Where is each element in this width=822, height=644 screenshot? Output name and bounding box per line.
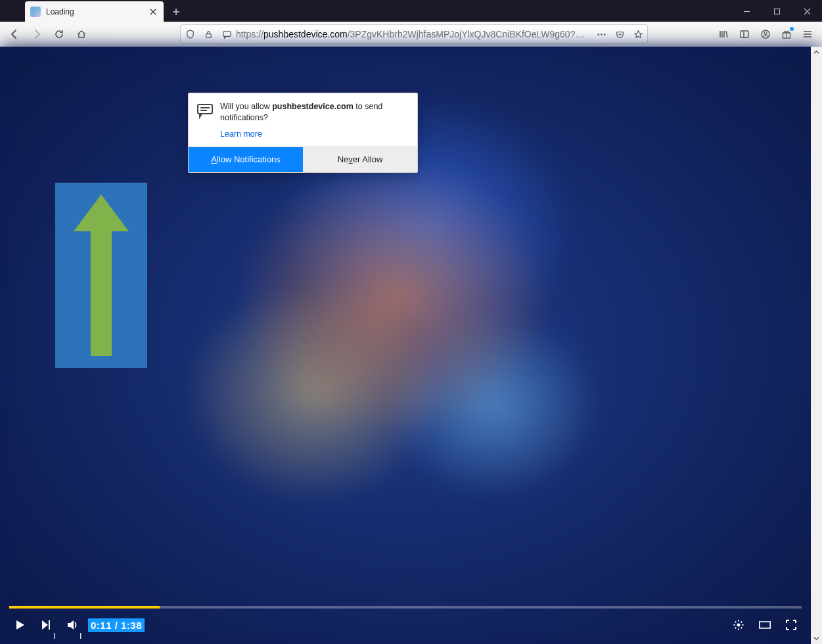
svg-point-4 — [601, 34, 602, 35]
window-close-button[interactable] — [792, 1, 822, 22]
window-minimize-button[interactable] — [731, 1, 762, 22]
browser-tab[interactable]: Loading — [25, 1, 164, 22]
scroll-down-icon[interactable] — [811, 633, 822, 644]
new-tab-button[interactable] — [168, 3, 185, 20]
svg-point-8 — [764, 32, 767, 35]
volume-sub-icon: | — [80, 632, 81, 639]
svg-rect-0 — [774, 9, 779, 14]
never-prefix: Ne — [338, 154, 349, 164]
home-button[interactable] — [72, 25, 91, 43]
svg-point-5 — [603, 34, 605, 35]
toolbar: https://pushbestdevice.com/3PZgvKHbrh2Wj… — [0, 22, 822, 47]
svg-rect-10 — [198, 104, 212, 114]
window-controls — [731, 1, 822, 22]
permission-message: Will you allow pushbestdevice.com to sen… — [220, 101, 408, 140]
app-menu-icon[interactable] — [798, 25, 817, 43]
chat-bubble-icon — [196, 103, 214, 140]
scroll-up-icon[interactable] — [811, 47, 822, 58]
never-allow-button[interactable]: Never Allow — [303, 147, 417, 172]
bookmark-star-icon[interactable] — [629, 25, 647, 43]
fullscreen-icon[interactable] — [781, 615, 802, 635]
url-path: /3PZgvKHbrh2WjhfasMPJojYlxQJv8CniBKfOeLW… — [348, 29, 592, 39]
never-rest: er Allow — [353, 154, 383, 164]
notification-dot-icon — [790, 27, 794, 31]
favicon-icon — [30, 7, 41, 17]
pocket-icon[interactable] — [610, 25, 629, 43]
url-text[interactable]: https://pushbestdevice.com/3PZgvKHbrh2Wj… — [236, 29, 592, 39]
url-scheme: https:// — [236, 29, 263, 39]
whatsnew-icon[interactable] — [777, 25, 796, 43]
svg-point-11 — [737, 624, 741, 627]
svg-rect-6 — [741, 31, 748, 37]
arrow-up-icon — [74, 195, 129, 356]
tab-title: Loading — [46, 7, 148, 16]
back-button[interactable] — [5, 25, 24, 43]
vertical-scrollbar[interactable] — [811, 47, 822, 644]
next-sub-icon: | — [53, 632, 55, 639]
tab-close-button[interactable] — [148, 7, 158, 17]
allow-rest: llow Notifications — [217, 154, 281, 164]
tracking-protection-icon[interactable] — [181, 25, 199, 43]
permissions-icon[interactable] — [217, 25, 236, 43]
sidebar-icon[interactable] — [735, 25, 754, 43]
learn-more-link[interactable]: Learn more — [220, 129, 408, 140]
svg-rect-12 — [760, 622, 770, 628]
allow-notifications-button[interactable]: Allow Notifications — [189, 147, 303, 172]
svg-rect-2 — [223, 31, 230, 36]
theater-mode-icon[interactable] — [754, 615, 775, 635]
library-icon[interactable] — [714, 25, 733, 43]
page-content: Will you allow pushbestdevice.com to sen… — [0, 47, 822, 644]
allow-underline: A — [211, 154, 217, 164]
perm-site: pushbestdevice.com — [272, 102, 354, 111]
titlebar: Loading — [0, 0, 822, 22]
player-controls: | | 0:11 / 1:38 — [9, 615, 802, 635]
forward-button[interactable] — [28, 25, 46, 43]
settings-gear-icon[interactable] — [728, 615, 749, 635]
window-maximize-button[interactable] — [762, 1, 792, 22]
page-actions-icon[interactable] — [592, 25, 610, 43]
notification-permission-popup: Will you allow pushbestdevice.com to sen… — [188, 93, 418, 173]
address-bar[interactable]: https://pushbestdevice.com/3PZgvKHbrh2Wj… — [180, 24, 648, 44]
url-host: pushbestdevice.com — [263, 29, 348, 39]
perm-prefix: Will you allow — [220, 102, 272, 111]
video-player: | | 0:11 / 1:38 — [9, 606, 802, 635]
arrow-hint-overlay — [55, 183, 147, 368]
account-icon[interactable] — [756, 25, 775, 43]
progress-played — [9, 606, 160, 609]
play-button[interactable] — [9, 615, 30, 635]
svg-point-3 — [597, 34, 599, 35]
svg-rect-1 — [206, 34, 211, 37]
progress-bar[interactable] — [9, 606, 802, 609]
lock-icon[interactable] — [199, 25, 217, 43]
next-button[interactable]: | — [35, 615, 57, 635]
time-display: 0:11 / 1:38 — [88, 618, 145, 632]
volume-button[interactable]: | — [62, 615, 83, 635]
reload-button[interactable] — [50, 25, 68, 43]
